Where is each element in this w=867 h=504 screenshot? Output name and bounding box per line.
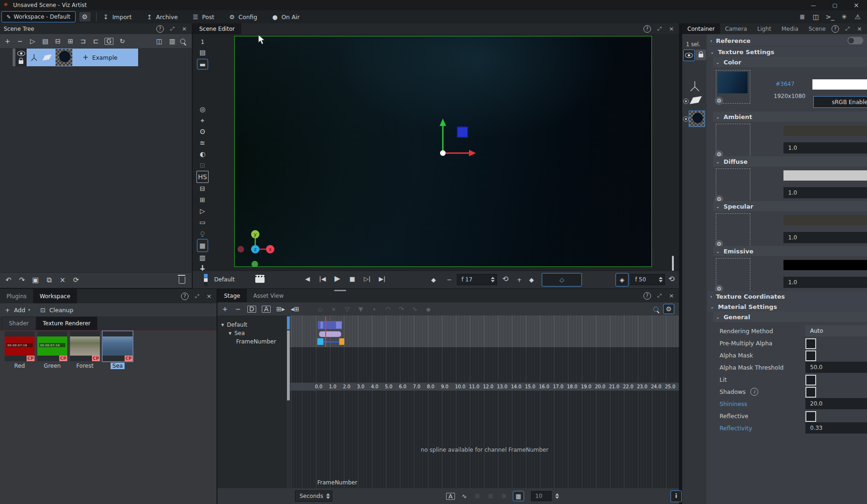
play-animation-icon[interactable]: ▷ (29, 37, 36, 45)
add-director-icon[interactable]: D (247, 306, 256, 313)
texture-radio[interactable] (683, 116, 689, 122)
title-area-icon[interactable]: ▬ (197, 59, 208, 70)
row-premultiply-alpha-checkbox[interactable] (805, 338, 816, 349)
asset-label[interactable]: Forest (70, 363, 100, 369)
render-viewport[interactable]: y z x (234, 36, 652, 267)
tab-container[interactable]: Container (682, 23, 720, 34)
light-icon[interactable]: ʘ (199, 126, 206, 137)
director-bar-default[interactable] (318, 321, 342, 329)
axis-icon[interactable] (688, 79, 702, 93)
color-texture-slot[interactable]: ⚙ (716, 70, 750, 104)
tab-workspace[interactable]: Workspace (33, 289, 77, 303)
to-end-button[interactable]: ▶| (378, 274, 386, 283)
redo-icon[interactable]: ↷ (18, 276, 26, 285)
row-reflective-checkbox[interactable] (805, 411, 816, 422)
texture-id-link[interactable]: #3647 (776, 81, 795, 87)
director-bar-sea[interactable] (319, 331, 341, 337)
help-icon[interactable]: ? (181, 293, 189, 300)
row-alpha-mask-checkbox[interactable] (805, 350, 816, 361)
asset-forest[interactable]: CP (70, 331, 100, 361)
close-button[interactable]: × (846, 0, 867, 10)
collapse-tree-icon[interactable]: ⊞ (67, 37, 74, 45)
expand-icon[interactable]: ⤢ (656, 292, 663, 300)
comment-icon[interactable]: ▤ (199, 48, 206, 56)
asset-sea[interactable]: CP (103, 331, 133, 361)
channel-value-field[interactable]: 1.0 (783, 277, 867, 288)
asset-green[interactable]: 00:00:07:19CP (37, 331, 67, 361)
menu-import[interactable]: ↧Import (102, 13, 132, 21)
lock-icon[interactable] (19, 60, 23, 64)
jump-in-icon[interactable]: ⊞▸ (276, 305, 285, 313)
camera-select-icon[interactable]: ⌖ (199, 115, 206, 126)
close-panel-icon[interactable]: × (181, 25, 188, 33)
time-ruler[interactable]: 0.01.02.03.04.05.06.07.08.09.010.011.012… (290, 383, 679, 391)
tab-texture-renderer[interactable]: Texture Renderer (36, 316, 98, 330)
filter-x-icon[interactable]: ▼ (357, 305, 364, 313)
workspace-gear-icon[interactable]: ⚙ (79, 12, 91, 21)
units-stepper[interactable] (324, 493, 332, 499)
tab-camera[interactable]: Camera (720, 23, 752, 34)
snap-stepper[interactable] (553, 493, 561, 499)
undo-icon[interactable]: ↶ (5, 276, 12, 285)
range-plus-button[interactable]: + (516, 275, 523, 284)
keyframe-start-icon[interactable]: ◆ (430, 275, 437, 284)
grid-toggle-icon[interactable]: ▦ (513, 491, 524, 501)
bounding-box-icon[interactable]: ⊡ (199, 160, 206, 171)
grid-icon[interactable]: ▦ (197, 239, 208, 252)
row-alpha-mask-threshold-field[interactable]: 50.0 (805, 362, 867, 373)
menu-on-air[interactable]: ●On Air (271, 13, 300, 21)
channel-swatch[interactable] (783, 126, 867, 136)
visibility-toggle[interactable] (683, 49, 695, 61)
help-icon[interactable]: ? (832, 25, 839, 33)
expand-icon[interactable]: ⤢ (168, 25, 176, 33)
key-curve-icon[interactable]: ∿ (411, 305, 419, 313)
row-rendering-method-select[interactable]: Auto (805, 325, 867, 336)
snap-value-field[interactable]: 10 (531, 491, 552, 501)
stats-icon[interactable]: ▥ (199, 252, 206, 263)
help-icon[interactable]: ? (156, 25, 164, 33)
help-icon[interactable]: ? (643, 292, 651, 300)
info-button[interactable]: i (671, 490, 682, 502)
asset-label[interactable]: Green (37, 363, 67, 369)
scene-settings-icon[interactable]: ≊ (199, 137, 206, 148)
rectangle-icon[interactable]: ▭ (199, 217, 206, 228)
camera-icon[interactable]: ◎ (199, 104, 206, 115)
close-panel-icon[interactable]: × (668, 292, 675, 300)
section-material-settings[interactable]: ⌄ Material Settings (707, 301, 867, 312)
expand-icon[interactable]: ⤢ (656, 25, 663, 33)
geometry-plane-icon[interactable] (690, 96, 702, 104)
loop-icon[interactable]: ⟲ (502, 275, 509, 283)
properties-icon[interactable]: ▤ (42, 37, 49, 45)
discard-icon[interactable]: × (59, 276, 66, 285)
jump-out-icon[interactable]: ◂⊞ (291, 305, 300, 313)
menu-archive[interactable]: ↥Archive (146, 13, 178, 21)
texture-slot[interactable]: ⚙ (716, 213, 750, 247)
add-container-icon[interactable]: + (4, 37, 11, 45)
channel-value-field[interactable]: 1.0 (783, 187, 867, 198)
console-icon[interactable]: >_ (825, 13, 834, 21)
channel-value-field[interactable]: 1.0 (783, 142, 867, 154)
tree-label[interactable]: Sea (234, 330, 245, 336)
split-view-icon[interactable]: ◫ (155, 37, 163, 45)
tree-expander-icon[interactable]: ▼ (229, 331, 231, 336)
add-button[interactable]: + Add ▾ (4, 306, 30, 314)
timeline[interactable]: 0.01.02.03.04.05.06.07.08.09.010.011.012… (290, 315, 679, 488)
tree-label[interactable]: Default (227, 322, 247, 328)
remove-icon[interactable]: − (234, 305, 242, 313)
to-start-button[interactable]: ◀ (304, 274, 311, 283)
database-icon[interactable]: ≣ (798, 13, 806, 21)
close-panel-icon[interactable]: × (668, 25, 675, 33)
transport-grip[interactable] (204, 274, 208, 286)
search-icon[interactable] (180, 39, 185, 44)
tree-node-row[interactable]: + Example (13, 49, 138, 66)
search-icon[interactable] (653, 307, 658, 312)
channel-swatch[interactable] (783, 170, 867, 181)
node-expander[interactable]: + (83, 53, 89, 62)
menu-post[interactable]: ☰Post (192, 13, 214, 21)
reference-toggle[interactable] (847, 37, 863, 44)
key-linear-icon[interactable]: ∙ (371, 305, 378, 313)
close-panel-icon[interactable]: × (205, 293, 213, 300)
keyframe-start[interactable] (317, 338, 323, 345)
texture-slot[interactable]: ⚙ (716, 258, 750, 292)
range-minus-button[interactable]: − (446, 275, 453, 284)
